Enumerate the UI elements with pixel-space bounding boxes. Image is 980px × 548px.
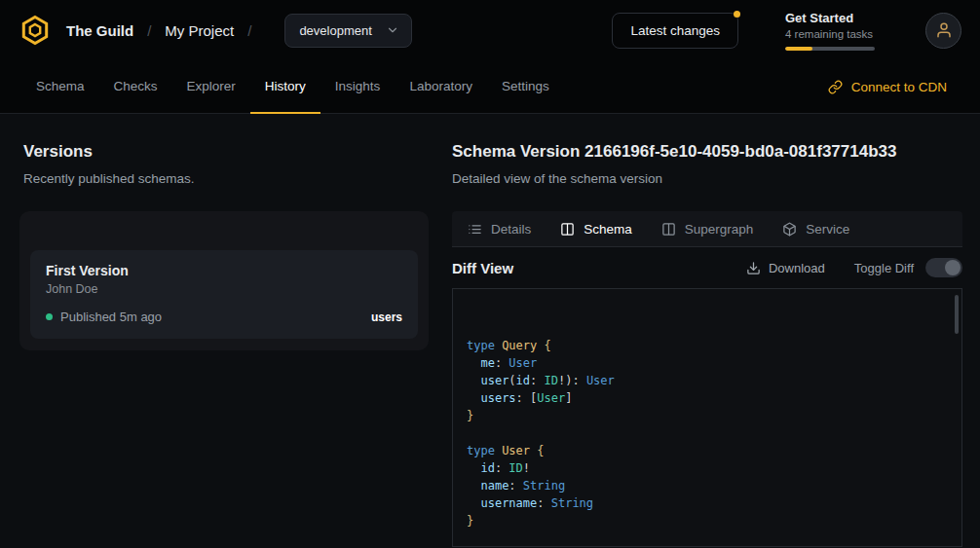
versions-card: First Version John Doe Published 5m ago … bbox=[19, 211, 429, 350]
diff-view-title: Diff View bbox=[452, 260, 513, 276]
environment-select-value: development bbox=[299, 23, 371, 38]
columns-icon bbox=[661, 222, 676, 237]
version-list-item[interactable]: First Version John Doe Published 5m ago … bbox=[30, 250, 418, 339]
detail-tab-details[interactable]: Details bbox=[468, 222, 531, 237]
toggle-diff-switch[interactable] bbox=[925, 258, 962, 277]
version-detail-tabs: Details Schema Supergraph bbox=[452, 211, 962, 247]
versions-subtitle: Recently published schemas. bbox=[23, 170, 429, 188]
detail-tab-schema[interactable]: Schema bbox=[560, 222, 632, 237]
latest-changes-label: Latest changes bbox=[630, 23, 720, 38]
detail-tab-schema-label: Schema bbox=[584, 222, 632, 237]
download-button[interactable]: Download bbox=[746, 261, 825, 275]
detail-tab-details-label: Details bbox=[491, 222, 531, 237]
tab-history[interactable]: History bbox=[250, 60, 320, 114]
user-menu-button[interactable] bbox=[925, 13, 961, 49]
tab-schema[interactable]: Schema bbox=[21, 60, 99, 114]
tab-insights[interactable]: Insights bbox=[320, 60, 396, 114]
code-line: username: String bbox=[467, 494, 948, 512]
toggle-diff-label: Toggle Diff bbox=[854, 261, 914, 275]
get-started-progress-fill bbox=[785, 47, 812, 51]
code-line: type Query { bbox=[467, 337, 948, 354]
get-started-widget[interactable]: Get Started 4 remaining tasks bbox=[785, 11, 883, 51]
code-line: type User { bbox=[467, 442, 948, 459]
latest-changes-button[interactable]: Latest changes bbox=[612, 13, 738, 49]
version-name: First Version bbox=[46, 263, 402, 278]
nav-spacer bbox=[564, 60, 828, 113]
breadcrumb-project[interactable]: My Project bbox=[165, 22, 234, 39]
published-dot-icon bbox=[46, 313, 53, 320]
version-status: Published 5m ago bbox=[60, 310, 162, 324]
diff-view-header: Diff View Download Toggle Diff bbox=[452, 247, 962, 288]
notification-dot bbox=[734, 11, 740, 18]
version-author: John Doe bbox=[46, 282, 402, 296]
link-icon bbox=[828, 80, 843, 94]
breadcrumb-org[interactable]: The Guild bbox=[66, 22, 133, 39]
connect-to-cdn-button[interactable]: Connect to CDN bbox=[828, 60, 947, 113]
code-line: users: [User] bbox=[467, 389, 948, 407]
detail-tab-supergraph[interactable]: Supergraph bbox=[661, 222, 754, 237]
tab-explorer[interactable]: Explorer bbox=[172, 60, 250, 114]
code-line bbox=[467, 424, 948, 442]
box-icon bbox=[782, 222, 797, 237]
tab-laboratory[interactable]: Laboratory bbox=[395, 60, 487, 114]
tab-settings[interactable]: Settings bbox=[487, 60, 564, 114]
code-lines: type Query { me: User user(id: ID!): Use… bbox=[467, 337, 948, 530]
download-label: Download bbox=[769, 261, 825, 275]
code-line: user(id: ID!): User bbox=[467, 372, 948, 389]
version-detail-title: Schema Version 2166196f-5e10-4059-bd0a-0… bbox=[452, 141, 962, 163]
get-started-progress-track bbox=[785, 47, 875, 51]
chevron-down-icon bbox=[386, 23, 399, 37]
breadcrumb-separator: / bbox=[147, 22, 151, 39]
code-line: } bbox=[467, 512, 948, 530]
main-content: Versions Recently published schemas. Fir… bbox=[0, 114, 980, 547]
connect-to-cdn-label: Connect to CDN bbox=[851, 80, 947, 94]
detail-tab-service-label: Service bbox=[806, 222, 849, 237]
environment-select[interactable]: development bbox=[284, 14, 411, 48]
scrollbar-thumb[interactable] bbox=[955, 295, 959, 334]
code-line: id: ID! bbox=[467, 459, 948, 477]
detail-tab-service[interactable]: Service bbox=[782, 222, 849, 237]
project-nav: Schema Checks Explorer History Insights … bbox=[0, 60, 980, 114]
detail-tab-supergraph-label: Supergraph bbox=[685, 222, 754, 237]
hive-logo-icon[interactable] bbox=[19, 15, 51, 46]
code-line: } bbox=[467, 407, 948, 424]
toggle-knob bbox=[945, 260, 961, 275]
columns-icon bbox=[560, 222, 575, 237]
list-icon bbox=[468, 222, 482, 237]
top-header: The Guild / My Project / development Lat… bbox=[0, 0, 980, 60]
get-started-title: Get Started bbox=[785, 11, 883, 25]
versions-title: Versions bbox=[23, 141, 429, 163]
schema-code-viewer[interactable]: type Query { me: User user(id: ID!): Use… bbox=[452, 288, 962, 547]
person-icon bbox=[935, 21, 953, 39]
version-detail-panel: Schema Version 2166196f-5e10-4059-bd0a-0… bbox=[452, 141, 962, 547]
code-line: name: String bbox=[467, 477, 948, 494]
tab-checks[interactable]: Checks bbox=[99, 60, 172, 114]
version-detail-subtitle: Detailed view of the schema version bbox=[452, 170, 962, 188]
breadcrumb-separator: / bbox=[247, 22, 251, 39]
version-service-badge: users bbox=[371, 311, 402, 324]
code-line: me: User bbox=[467, 354, 948, 372]
download-icon bbox=[746, 261, 761, 275]
get-started-subtitle: 4 remaining tasks bbox=[785, 28, 883, 40]
versions-panel: Versions Recently published schemas. Fir… bbox=[19, 141, 429, 547]
